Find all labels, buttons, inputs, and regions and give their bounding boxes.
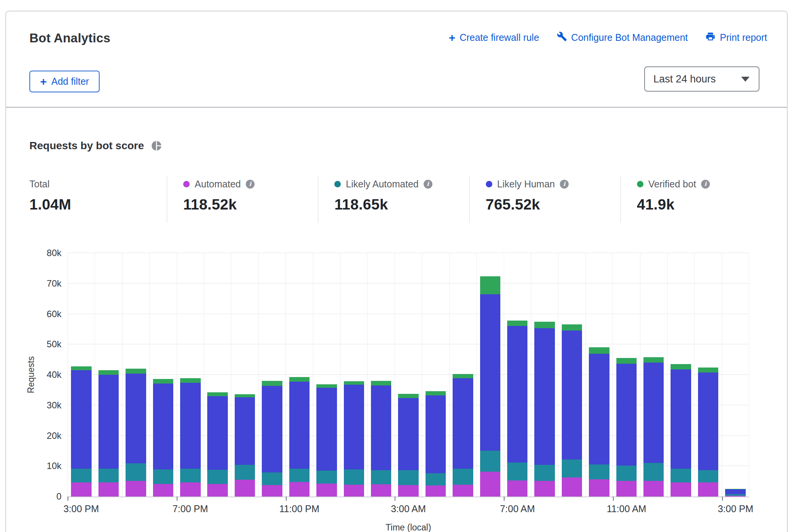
x-tick-mark — [68, 497, 68, 501]
bar-segment-likely-human — [453, 378, 473, 469]
bar-segment-verified-bot — [98, 370, 119, 375]
bar-segment-verified-bot — [235, 394, 255, 397]
bar-slot — [640, 253, 667, 497]
x-tick-mark — [177, 497, 177, 501]
bar-segment-verified-bot — [562, 324, 582, 330]
bar-segment-likely-automated — [698, 470, 719, 483]
bar-segment-likely-human — [207, 396, 228, 470]
bar-segment-verified-bot — [671, 364, 691, 369]
bar-slot — [395, 253, 422, 497]
bar-segment-automated — [316, 484, 337, 497]
bar-segment-likely-human — [126, 374, 146, 463]
bar-segment-verified-bot — [207, 392, 228, 396]
info-icon[interactable]: i — [246, 180, 255, 189]
y-axis-label: 30k — [16, 400, 61, 411]
bar[interactable] — [725, 489, 746, 497]
y-axis-label: 70k — [16, 278, 61, 289]
bar[interactable] — [126, 369, 146, 497]
bar[interactable] — [480, 276, 501, 497]
bar[interactable] — [207, 392, 228, 497]
bar-segment-verified-bot — [289, 377, 310, 382]
bar[interactable] — [398, 394, 419, 497]
bar-segment-automated — [71, 482, 92, 497]
info-icon[interactable]: i — [560, 180, 569, 189]
bar-segment-automated — [98, 482, 119, 497]
bar-segment-verified-bot — [453, 374, 473, 378]
bar-segment-likely-human — [371, 385, 392, 471]
bar-segment-likely-human — [507, 326, 528, 462]
y-axis-label: 10k — [16, 461, 61, 471]
bar-slot — [313, 253, 340, 497]
bar[interactable] — [507, 321, 528, 497]
bar[interactable] — [371, 381, 392, 497]
bar-segment-likely-human — [344, 385, 364, 469]
bar-slot — [504, 253, 531, 497]
bar-segment-likely-human — [562, 330, 582, 459]
bar[interactable] — [616, 358, 637, 497]
bar[interactable] — [453, 374, 473, 497]
create-firewall-rule-link[interactable]: + Create firewall rule — [449, 32, 539, 43]
bar-segment-automated — [507, 480, 528, 497]
bar-segment-likely-human — [316, 388, 337, 471]
bar-segment-verified-bot — [589, 347, 609, 354]
stat-likely-automated: Likely Automatedi118.65k — [318, 176, 469, 223]
bar[interactable] — [562, 324, 582, 497]
bar-segment-likely-human — [262, 386, 282, 472]
bar[interactable] — [71, 366, 92, 497]
bar[interactable] — [98, 370, 119, 497]
bar[interactable] — [316, 384, 337, 497]
bar[interactable] — [153, 379, 174, 497]
stat-value: 765.52k — [486, 196, 621, 213]
bar-segment-likely-automated — [616, 466, 637, 480]
bar-segment-likely-automated — [589, 464, 609, 479]
bar[interactable] — [426, 391, 446, 497]
bar[interactable] — [589, 347, 609, 497]
stat-label: Automated — [195, 179, 241, 190]
bar-segment-verified-bot — [507, 321, 528, 326]
bot-analytics-card: Bot Analytics + Create firewall rule Con… — [5, 11, 788, 532]
bar-segment-likely-automated — [562, 459, 582, 477]
page-title: Bot Analytics — [29, 30, 110, 47]
bar-segment-automated — [207, 484, 228, 497]
bar[interactable] — [344, 381, 364, 497]
bar-segment-likely-automated — [371, 470, 392, 484]
bar-segment-automated — [534, 481, 555, 497]
bar-segment-verified-bot — [71, 366, 92, 370]
add-filter-button[interactable]: + Add filter — [29, 71, 100, 92]
add-filter-label: Add filter — [52, 76, 89, 87]
stat-likely-human: Likely Humani765.52k — [469, 176, 621, 223]
print-report-link[interactable]: Print report — [705, 31, 767, 44]
bar-segment-automated — [453, 485, 473, 497]
time-range-select[interactable]: Last 24 hours — [644, 66, 759, 92]
legend-dot-verified-bot — [637, 181, 643, 187]
bar[interactable] — [534, 322, 555, 497]
bar-segment-verified-bot — [126, 369, 146, 374]
info-icon[interactable]: i — [424, 180, 432, 189]
x-axis-label: 3:00 PM — [63, 503, 99, 514]
bar[interactable] — [698, 368, 719, 497]
stat-value: 118.65k — [334, 196, 469, 213]
bar-slot — [422, 253, 449, 497]
bar-segment-likely-automated — [207, 470, 228, 484]
x-tick-mark — [286, 497, 287, 501]
y-axis-label: 0 — [16, 491, 61, 502]
configure-bot-management-link[interactable]: Configure Bot Management — [557, 31, 688, 44]
bar-segment-automated — [698, 482, 719, 497]
bar-segment-verified-bot — [316, 384, 337, 388]
bar[interactable] — [180, 378, 201, 497]
bar-segment-likely-automated — [507, 463, 528, 480]
bar[interactable] — [289, 377, 310, 497]
stat-value: 118.52k — [183, 196, 318, 213]
bar-slot — [667, 253, 694, 497]
bar[interactable] — [262, 381, 282, 497]
y-axis-label: 20k — [16, 430, 61, 441]
stats-row: Total 1.04M Automatedi118.52kLikely Auto… — [29, 176, 772, 223]
bar[interactable] — [643, 357, 664, 497]
bar[interactable] — [671, 364, 691, 497]
bar[interactable] — [235, 394, 255, 497]
bar-segment-verified-bot — [262, 381, 282, 386]
info-icon[interactable]: i — [701, 180, 710, 189]
bar-segment-likely-automated — [453, 469, 473, 485]
y-axis-label: 40k — [16, 369, 61, 380]
bar-segment-likely-human — [643, 363, 664, 463]
